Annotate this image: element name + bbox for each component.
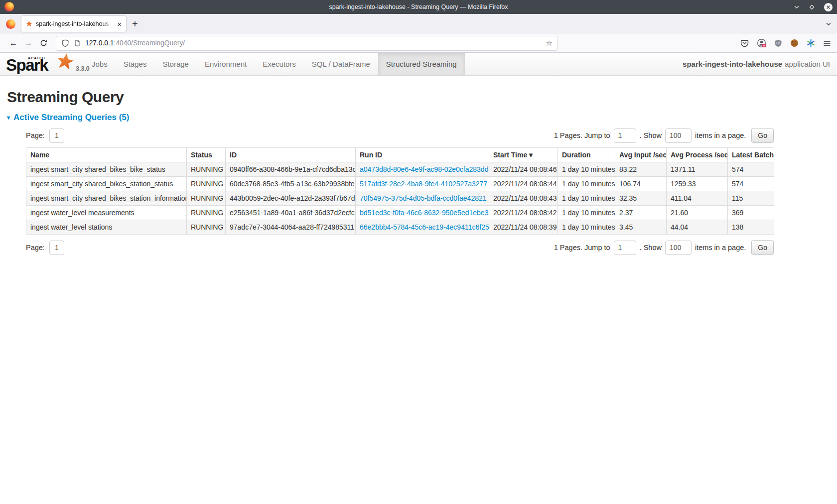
- id-cell: e2563451-1a89-40a1-a86f-36d37d2ecfc0: [226, 206, 356, 220]
- column-header[interactable]: Name: [26, 148, 187, 162]
- duration-cell: 1 day 10 minutes: [558, 177, 615, 191]
- tab-title: spark-ingest-into-lakehous: [36, 20, 114, 27]
- column-header[interactable]: Avg Input /sec: [615, 148, 667, 162]
- page-number-input[interactable]: [49, 241, 64, 255]
- column-header[interactable]: Start Time ▾: [489, 148, 558, 162]
- cookie-extension-button[interactable]: [790, 39, 799, 47]
- table-row: ingest smart_city shared_bikes_station_s…: [26, 177, 774, 191]
- nav-tab-storage[interactable]: Storage: [154, 53, 197, 75]
- avg-input-per-sec-cell: 32.35: [615, 191, 667, 206]
- page-number-input[interactable]: [49, 128, 64, 143]
- tracking-shield-icon[interactable]: [61, 39, 69, 47]
- latest-batch-cell: 138: [728, 220, 774, 235]
- avg-input-per-sec-cell: 106.74: [615, 177, 667, 191]
- nav-tab-executors[interactable]: Executors: [255, 53, 304, 75]
- spark-logo[interactable]: APACHE Spark 3.3.0: [0, 53, 84, 75]
- hamburger-menu-icon: [823, 39, 831, 47]
- nav-tab-structured-streaming[interactable]: Structured Streaming: [378, 53, 465, 75]
- items-text: items in a page.: [695, 131, 746, 139]
- show-text: . Show: [640, 131, 662, 139]
- nav-tab-environment[interactable]: Environment: [197, 53, 255, 75]
- window-minimize-button[interactable]: [793, 3, 800, 10]
- run-id-cell: bd51ed3c-f0fa-46c6-8632-950e5ed1ebe3: [356, 206, 489, 220]
- run-id-link[interactable]: 70f54975-375d-4d05-bdfa-ccd0fae42821: [360, 194, 487, 202]
- nav-item: Executors: [255, 53, 304, 75]
- table-row: ingest water_level measurementsRUNNINGe2…: [26, 206, 774, 220]
- window-close-button[interactable]: [824, 2, 833, 12]
- items-per-page-input[interactable]: [665, 128, 692, 143]
- app-menu-button[interactable]: [823, 39, 831, 47]
- run-id-link[interactable]: a0473d8d-80e6-4e9f-ac98-02e0cfa283dd: [360, 165, 488, 173]
- status-cell: RUNNING: [187, 177, 226, 191]
- browser-tab[interactable]: spark-ingest-into-lakehous ×: [21, 16, 126, 32]
- column-header[interactable]: Latest Batch: [728, 148, 774, 162]
- spark-version: 3.3.0: [76, 65, 90, 72]
- diamond-icon: [809, 4, 815, 10]
- active-streaming-queries-toggle[interactable]: ▾ Active Streaming Queries (5): [7, 113, 830, 123]
- cookie-icon: [790, 39, 799, 47]
- column-header[interactable]: Duration: [558, 148, 615, 162]
- column-header[interactable]: Run ID: [356, 148, 489, 162]
- extension-button[interactable]: [807, 39, 815, 47]
- latest-batch-cell: 115: [728, 191, 774, 206]
- reload-button[interactable]: [36, 39, 51, 47]
- pocket-button[interactable]: [740, 39, 749, 47]
- name-cell: ingest water_level measurements: [26, 206, 187, 220]
- window-maximize-button[interactable]: [809, 4, 815, 10]
- jump-to-page-input[interactable]: [614, 241, 636, 255]
- nav-tab-stages[interactable]: Stages: [116, 53, 155, 75]
- chevron-down-icon: [793, 3, 800, 10]
- application-ui-label: spark-ingest-into-lakehouse application …: [683, 53, 837, 75]
- url-text: 127.0.0.1:4040/StreamingQuery/: [85, 39, 185, 47]
- pages-total-text: 1 Pages. Jump to: [554, 244, 610, 252]
- close-circle-icon: [824, 2, 833, 12]
- spark-star-icon: [55, 52, 75, 71]
- run-id-cell: 66e2bbb4-5784-45c6-ac19-4ec9411c6f25: [356, 220, 489, 235]
- table-body: ingest smart_city shared_bikes_bike_stat…: [26, 162, 774, 235]
- items-per-page-input[interactable]: [665, 241, 692, 255]
- avg-input-per-sec-cell: 83.22: [615, 162, 667, 177]
- run-id-cell: 70f54975-375d-4d05-bdfa-ccd0fae42821: [356, 191, 489, 206]
- firefox-view-button[interactable]: [6, 19, 15, 29]
- url-host: 127.0.0.1: [85, 39, 114, 47]
- run-id-link[interactable]: 517afd3f-28e2-4ba8-9fe4-4102527a3277: [360, 180, 487, 188]
- spark-favicon-icon: [26, 21, 32, 27]
- adblocker-extension-button[interactable]: UO: [774, 39, 782, 47]
- back-button[interactable]: ←: [6, 38, 21, 48]
- window-titlebar: spark-ingest-into-lakehouse - Streaming …: [0, 0, 837, 14]
- avg-process-per-sec-cell: 1259.33: [667, 177, 728, 191]
- url-path: :4040/StreamingQuery/: [114, 39, 185, 47]
- chevron-down-icon: [825, 20, 832, 27]
- account-extension-button[interactable]: [757, 38, 766, 48]
- latest-batch-cell: 574: [728, 162, 774, 177]
- tab-close-button[interactable]: ×: [117, 20, 122, 28]
- go-button[interactable]: Go: [751, 240, 774, 255]
- window-title: spark-ingest-into-lakehouse - Streaming …: [329, 3, 508, 10]
- column-header[interactable]: Status: [187, 148, 226, 162]
- page-info-icon[interactable]: [74, 39, 81, 47]
- run-id-link[interactable]: bd51ed3c-f0fa-46c6-8632-950e5ed1ebe3: [360, 209, 488, 217]
- nav-tab-sql-dataframe[interactable]: SQL / DataFrame: [304, 53, 378, 75]
- table-header-row: NameStatusIDRun IDStart Time ▾DurationAv…: [26, 148, 774, 162]
- start-time-cell: 2022/11/24 08:08:42: [489, 206, 558, 220]
- bookmark-star-icon[interactable]: ☆: [546, 39, 553, 48]
- run-id-link[interactable]: 66e2bbb4-5784-45c6-ac19-4ec9411c6f25: [360, 223, 489, 231]
- url-bar[interactable]: 127.0.0.1:4040/StreamingQuery/ ☆: [56, 36, 558, 51]
- svg-text:UO: UO: [776, 41, 780, 44]
- go-button[interactable]: Go: [751, 128, 774, 143]
- nav-item: Structured Streaming: [378, 53, 465, 75]
- page-content: Streaming Query ▾ Active Streaming Queri…: [0, 76, 837, 261]
- jump-to-page-input[interactable]: [614, 128, 636, 143]
- avg-process-per-sec-cell: 1371.11: [667, 162, 728, 177]
- nav-item: Storage: [154, 53, 197, 75]
- column-header[interactable]: ID: [226, 148, 356, 162]
- spark-navbar: APACHE Spark 3.3.0 JobsStagesStorageEnvi…: [0, 53, 837, 76]
- column-header[interactable]: Avg Process /sec: [667, 148, 728, 162]
- run-id-cell: a0473d8d-80e6-4e9f-ac98-02e0cfa283dd: [356, 162, 489, 177]
- table-row: ingest water_level stationsRUNNING97adc7…: [26, 220, 774, 235]
- forward-button[interactable]: →: [21, 38, 36, 48]
- tab-bar: spark-ingest-into-lakehous × +: [0, 14, 837, 34]
- reload-icon: [40, 39, 47, 47]
- new-tab-button[interactable]: +: [132, 19, 138, 29]
- list-all-tabs-button[interactable]: [825, 20, 832, 27]
